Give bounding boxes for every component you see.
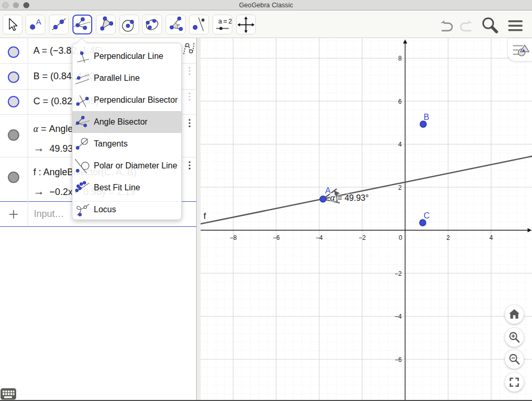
svg-text:2: 2 <box>398 184 402 191</box>
svg-text:−6: −6 <box>394 356 402 363</box>
svg-text:A: A <box>325 186 331 195</box>
svg-text:α: α <box>177 22 180 27</box>
svg-text:4: 4 <box>398 141 402 148</box>
svg-text:−2: −2 <box>394 270 402 277</box>
svg-text:6: 6 <box>398 98 402 105</box>
svg-text:−2: −2 <box>358 234 366 241</box>
svg-text:4: 4 <box>489 234 493 241</box>
svg-text:−4: −4 <box>394 313 402 320</box>
svg-text:C: C <box>424 211 430 220</box>
svg-text:0: 0 <box>399 234 402 241</box>
svg-text:−4: −4 <box>316 234 323 241</box>
svg-text:2: 2 <box>447 234 450 241</box>
svg-text:A: A <box>36 17 41 26</box>
svg-text:f: f <box>204 211 206 221</box>
svg-text:a = 2: a = 2 <box>218 18 232 25</box>
svg-text:B: B <box>424 113 429 121</box>
svg-text:8: 8 <box>398 55 402 62</box>
svg-text:α = 49.93°: α = 49.93° <box>330 192 369 203</box>
svg-text:−8: −8 <box>230 234 237 241</box>
svg-text:−6: −6 <box>273 234 280 241</box>
